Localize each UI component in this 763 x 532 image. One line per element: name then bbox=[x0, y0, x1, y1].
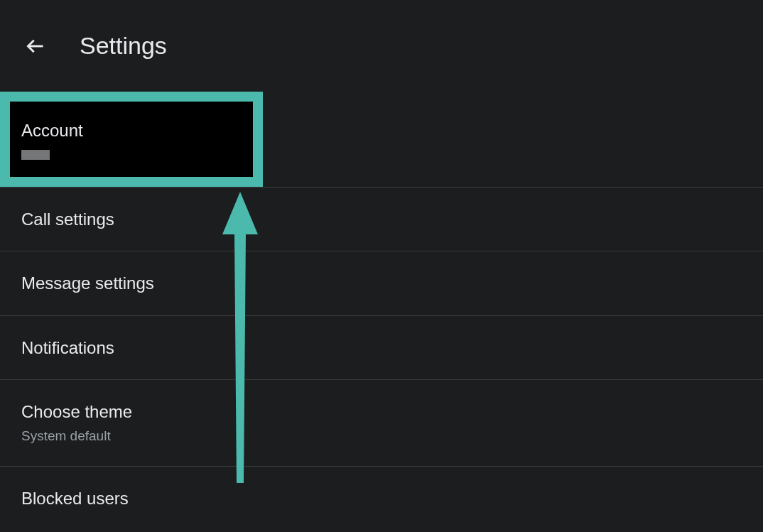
settings-item-call-settings[interactable]: Call settings bbox=[0, 188, 763, 252]
settings-item-message-settings[interactable]: Message settings bbox=[0, 251, 763, 316]
settings-item-subtitle: System default bbox=[21, 427, 742, 446]
settings-item-choose-theme[interactable]: Choose theme System default bbox=[0, 380, 763, 466]
header: Settings bbox=[0, 0, 763, 92]
highlight-box: Account bbox=[0, 92, 263, 187]
settings-item-title: Choose theme bbox=[21, 400, 742, 424]
settings-item-title: Call settings bbox=[21, 207, 742, 232]
redacted-subtitle bbox=[21, 150, 50, 160]
settings-item-title: Notifications bbox=[21, 336, 742, 360]
back-arrow-icon[interactable] bbox=[26, 36, 45, 56]
settings-item-title: Account bbox=[21, 119, 239, 143]
settings-item-notifications[interactable]: Notifications bbox=[0, 316, 763, 381]
settings-item-blocked-users[interactable]: Blocked users bbox=[0, 467, 763, 531]
page-title: Settings bbox=[80, 32, 167, 60]
settings-item-title: Blocked users bbox=[21, 487, 742, 511]
settings-item-title: Message settings bbox=[21, 271, 742, 295]
settings-item-account[interactable]: Account bbox=[0, 92, 763, 188]
